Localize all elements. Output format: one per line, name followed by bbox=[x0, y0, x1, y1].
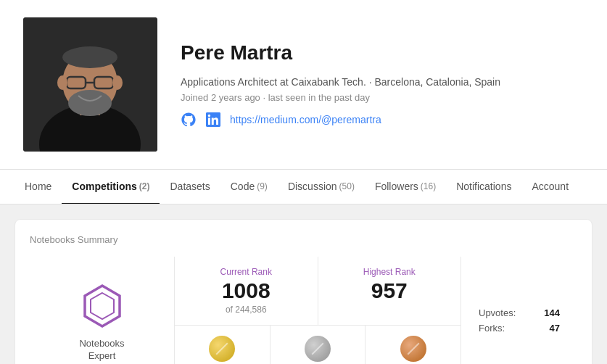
bronze-medal-block: 5 bbox=[365, 326, 461, 364]
ranks-column: Current Rank 1008 of 244,586 Highest Ran… bbox=[175, 257, 461, 364]
forks-label: Forks: bbox=[479, 323, 505, 334]
nav-item-code[interactable]: Code(9) bbox=[220, 170, 278, 204]
profile-title: Applications Architect at Caixabank Tech… bbox=[181, 76, 584, 88]
profile-section: Pere Martra Applications Architect at Ca… bbox=[0, 0, 607, 170]
profile-links: https://medium.com/@peremartra bbox=[181, 112, 584, 128]
gold-medal-block: 0 bbox=[175, 326, 270, 364]
silver-medal-icon bbox=[305, 336, 331, 362]
stats-column: Upvotes: 144 Forks: 47 bbox=[461, 257, 577, 364]
nav-item-competitions[interactable]: Competitions(2) bbox=[62, 170, 160, 204]
profile-joined: Joined 2 years ago · last seen in the pa… bbox=[181, 92, 584, 103]
profile-name: Pere Martra bbox=[181, 41, 584, 65]
notebooks-expert-icon bbox=[79, 283, 125, 332]
upvotes-row: Upvotes: 144 bbox=[479, 307, 560, 318]
nav-item-notifications[interactable]: Notifications bbox=[446, 170, 521, 204]
expert-column: Notebooks Expert bbox=[30, 257, 175, 364]
current-rank-value: 1008 bbox=[189, 280, 303, 302]
forks-value: 47 bbox=[550, 323, 560, 334]
nav-item-discussion[interactable]: Discussion(50) bbox=[278, 170, 365, 204]
silver-medal-block: 3 bbox=[270, 326, 366, 364]
nav-item-home[interactable]: Home bbox=[15, 170, 62, 204]
upvotes-label: Upvotes: bbox=[479, 307, 516, 318]
nav-item-datasets[interactable]: Datasets bbox=[160, 170, 220, 204]
forks-row: Forks: 47 bbox=[479, 323, 560, 334]
svg-point-9 bbox=[57, 75, 67, 90]
nav-bar: Home Competitions(2) Datasets Code(9) Di… bbox=[0, 170, 607, 204]
profile-info: Pere Martra Applications Architect at Ca… bbox=[181, 41, 584, 128]
content: Notebooks Summary Notebooks Expert bbox=[0, 204, 607, 364]
svg-marker-12 bbox=[91, 293, 114, 319]
github-icon[interactable] bbox=[181, 112, 197, 128]
notebooks-summary-card: Notebooks Summary Notebooks Expert bbox=[15, 219, 592, 364]
summary-body: Notebooks Expert Current Rank 1008 of 24… bbox=[30, 257, 577, 364]
upvotes-value: 144 bbox=[544, 307, 560, 318]
nav-item-followers[interactable]: Followers(16) bbox=[365, 170, 446, 204]
expert-label: Notebooks Expert bbox=[79, 338, 124, 363]
ranks-top: Current Rank 1008 of 244,586 Highest Ran… bbox=[175, 257, 461, 326]
svg-point-5 bbox=[68, 90, 112, 116]
current-rank-label: Current Rank bbox=[189, 267, 303, 277]
gold-medal-icon bbox=[209, 336, 235, 362]
current-rank-sub: of 244,586 bbox=[189, 305, 303, 315]
medium-link[interactable]: https://medium.com/@peremartra bbox=[230, 114, 381, 125]
highest-rank-block: Highest Rank 957 bbox=[318, 257, 461, 325]
svg-point-4 bbox=[62, 46, 117, 68]
medals-row: 0 3 5 bbox=[175, 326, 461, 364]
bronze-medal-icon bbox=[400, 336, 426, 362]
svg-point-10 bbox=[112, 75, 123, 90]
nav-item-account[interactable]: Account bbox=[521, 170, 579, 204]
profile-avatar bbox=[23, 17, 157, 152]
current-rank-block: Current Rank 1008 of 244,586 bbox=[175, 257, 318, 325]
summary-title: Notebooks Summary bbox=[30, 234, 577, 245]
highest-rank-value: 957 bbox=[333, 280, 447, 302]
linkedin-icon[interactable] bbox=[205, 112, 221, 128]
highest-rank-label: Highest Rank bbox=[333, 267, 447, 277]
